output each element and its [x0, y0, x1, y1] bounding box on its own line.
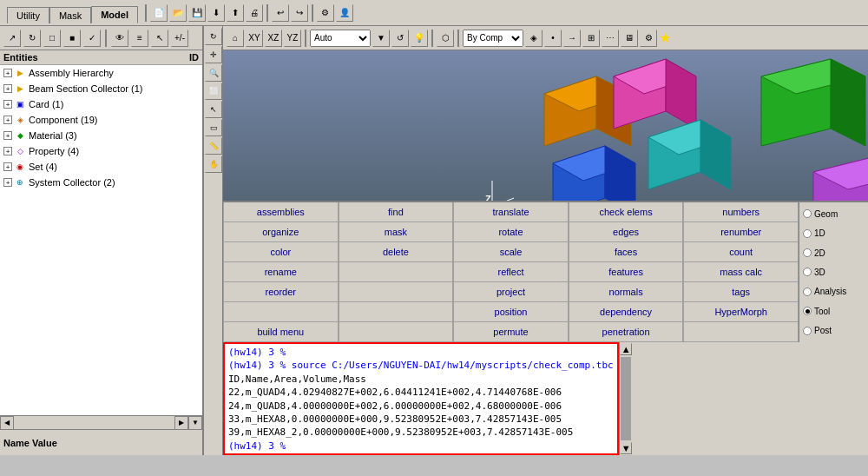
radio-geom[interactable]: Geom [803, 209, 865, 219]
radio-2d-circle[interactable] [803, 248, 812, 257]
expand-icon[interactable]: + [3, 147, 12, 155]
vt-yz-icon[interactable]: YZ [284, 30, 301, 47]
organize-btn[interactable]: organize [223, 222, 339, 241]
by-comp-dropdown[interactable]: By Comp [463, 30, 523, 47]
count-btn[interactable]: count [683, 242, 799, 261]
terminal-area[interactable]: (hw14) 3 % (hw14) 3 % source C:/Users/NG… [223, 342, 619, 455]
list-item[interactable]: + ▶ Assembly Hierarchy [0, 65, 202, 81]
faces-btn[interactable]: faces [569, 242, 684, 261]
vt-select2-icon[interactable]: ↖ [205, 101, 222, 118]
scroll-thumb[interactable] [621, 357, 631, 440]
check-elems-btn[interactable]: check elems [569, 202, 684, 221]
build-menu-btn[interactable]: build menu [223, 322, 339, 341]
renumber-btn[interactable]: renumber [683, 222, 799, 241]
radio-1d[interactable]: 1D [803, 228, 865, 238]
numbers-btn[interactable]: numbers [683, 202, 799, 221]
redo-icon[interactable]: ↪ [291, 4, 308, 22]
auto-dropdown[interactable]: Auto [310, 30, 371, 47]
radio-post[interactable]: Post [803, 326, 865, 335]
find-btn[interactable]: find [339, 202, 454, 221]
list-item[interactable]: + ▣ Card (1) [0, 96, 202, 112]
normals-btn[interactable]: normals [569, 282, 684, 301]
tags-btn[interactable]: tags [683, 282, 799, 301]
vt-measure-icon[interactable]: 📏 [205, 137, 222, 155]
vt-light-icon[interactable]: 💡 [411, 30, 428, 47]
vt-home-icon[interactable]: ⌂ [227, 30, 244, 47]
radio-geom-circle[interactable] [803, 209, 812, 218]
list-item[interactable]: + ◈ Component (19) [0, 112, 202, 128]
vt-rotate-icon[interactable]: ↻ [205, 28, 222, 45]
vt-reset-icon[interactable]: ↺ [391, 30, 409, 47]
assemblies-btn[interactable]: assemblies [223, 202, 339, 221]
vt-xy-icon[interactable]: XY [246, 30, 263, 47]
vt-zoom-icon[interactable]: 🔍 [205, 64, 222, 82]
penetration-btn[interactable]: penetration [569, 322, 684, 341]
cursor-icon[interactable]: ↖ [151, 30, 168, 47]
vt-pan-icon[interactable]: ✛ [205, 46, 222, 63]
position-btn[interactable]: position [453, 302, 569, 321]
expand-icon[interactable]: + [3, 131, 12, 140]
vt-box-icon[interactable]: ▭ [205, 119, 222, 136]
terminal-scrollbar[interactable]: ▲ ▼ [619, 342, 633, 455]
vt-settings-icon[interactable]: ⚙ [640, 30, 657, 47]
entity-list[interactable]: + ▶ Assembly Hierarchy + ▶ Beam Section … [0, 65, 202, 415]
check-icon[interactable]: ✓ [83, 30, 101, 47]
scroll-down-btn[interactable]: ▼ [620, 442, 632, 454]
list-item[interactable]: + ◆ Material (3) [0, 128, 202, 143]
mask-btn[interactable]: mask [339, 222, 454, 241]
expand-icon[interactable]: + [3, 162, 12, 171]
vt-dropdown-icon[interactable]: ▼ [372, 30, 390, 47]
vt-cube-icon[interactable]: ⬡ [437, 30, 454, 47]
edges-btn[interactable]: edges [569, 222, 684, 241]
rotate-btn[interactable]: rotate [453, 222, 569, 241]
reorder-btn[interactable]: reorder [223, 282, 339, 301]
vt-cube2-icon[interactable]: ◈ [525, 30, 542, 47]
hypermorph-btn[interactable]: HyperMorph [683, 302, 799, 321]
list-item[interactable]: + ◉ Set (4) [0, 159, 202, 175]
radio-1d-circle[interactable] [803, 229, 812, 238]
expand-icon[interactable]: + [3, 116, 12, 124]
vt-monitor-icon[interactable]: 🖥 [621, 30, 638, 47]
radio-2d[interactable]: 2D [803, 248, 865, 258]
extra-icon[interactable]: +/- [171, 30, 188, 47]
radio-tool[interactable]: Tool [803, 307, 865, 316]
permute-btn[interactable]: permute [453, 322, 569, 341]
layer-icon[interactable]: ≡ [131, 30, 148, 47]
vt-dots-icon[interactable]: ⋯ [602, 30, 619, 47]
shade-icon[interactable]: ■ [63, 30, 81, 47]
tab-utility[interactable]: Utility [7, 7, 49, 23]
tab-mask[interactable]: Mask [49, 7, 91, 23]
vt-dot-icon[interactable]: • [544, 30, 562, 47]
delete-btn[interactable]: delete [339, 242, 454, 261]
expand-icon[interactable]: + [3, 69, 12, 77]
features-btn[interactable]: features [569, 262, 684, 281]
scroll-up-btn[interactable]: ▲ [620, 343, 632, 355]
list-item[interactable]: + ◇ Property (4) [0, 143, 202, 159]
radio-post-circle[interactable] [803, 327, 812, 335]
scroll-right-btn[interactable]: ▶ [174, 416, 188, 430]
vt-hand-icon[interactable]: ✋ [205, 155, 222, 173]
radio-3d-circle[interactable] [803, 268, 812, 276]
open-icon[interactable]: 📂 [169, 4, 187, 22]
wire-icon[interactable]: □ [43, 30, 61, 47]
vt-grid-icon[interactable]: ⊞ [582, 30, 600, 47]
list-item[interactable]: + ▶ Beam Section Collector (1) [0, 81, 202, 96]
list-item[interactable]: + ⊕ System Collector (2) [0, 175, 202, 190]
vt-arrow-icon[interactable]: → [563, 30, 581, 47]
expand-icon[interactable]: + [3, 178, 12, 187]
radio-tool-circle[interactable] [803, 307, 812, 315]
preferences-icon[interactable]: ⚙ [317, 4, 334, 22]
scroll-left-btn[interactable]: ◀ [0, 416, 14, 430]
export-icon[interactable]: ⬆ [227, 4, 244, 22]
tab-model[interactable]: Model [91, 6, 138, 23]
3d-viewport[interactable]: Z X Y 30 [223, 50, 868, 201]
vt-xz-icon[interactable]: XZ [265, 30, 282, 47]
star-icon[interactable]: ★ [659, 30, 671, 46]
mass-calc-btn[interactable]: mass calc [683, 262, 799, 281]
translate-btn[interactable]: translate [453, 202, 569, 221]
project-btn[interactable]: project [453, 282, 569, 301]
rename-btn[interactable]: rename [223, 262, 339, 281]
save-icon[interactable]: 💾 [188, 4, 206, 22]
user-icon[interactable]: 👤 [336, 4, 353, 22]
radio-analysis[interactable]: Analysis [803, 287, 865, 296]
